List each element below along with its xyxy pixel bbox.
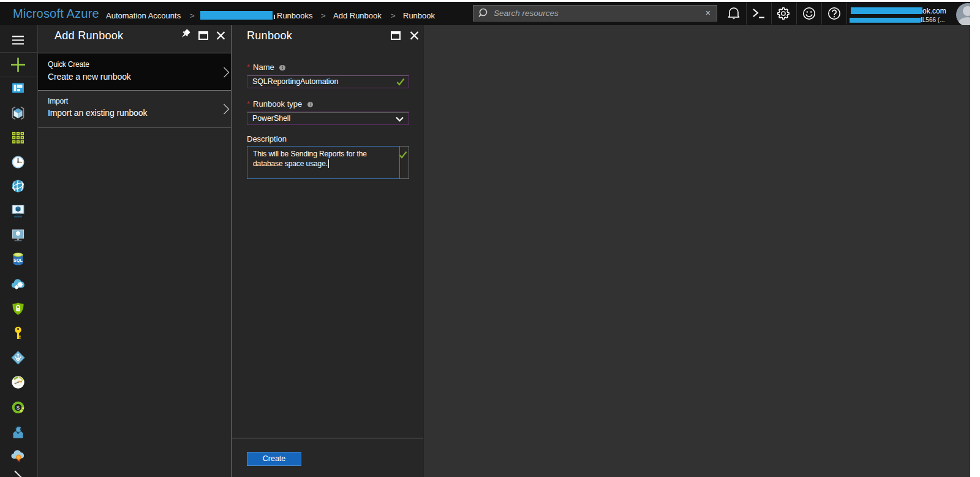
svg-text:SQL: SQL <box>13 258 23 263</box>
svg-text:$: $ <box>17 405 20 411</box>
